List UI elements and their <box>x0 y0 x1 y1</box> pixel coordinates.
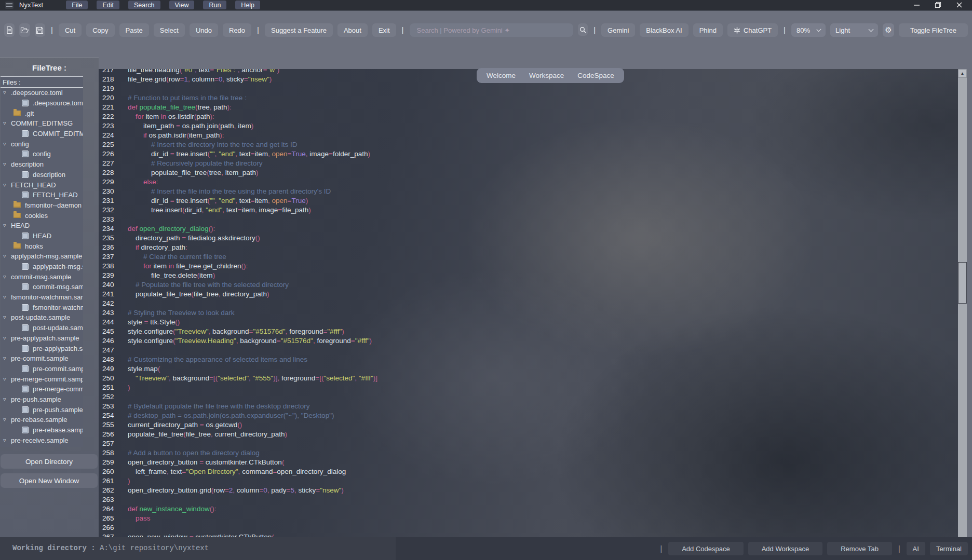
open-directory-button[interactable]: Open Directory <box>1 454 98 469</box>
tree-item-pre-merge-commit-sample[interactable]: ▿pre-merge-commit.sample <box>1 374 83 384</box>
tree-item-applypatch-msg-sample[interactable]: ▿applypatch-msg.sample <box>1 251 83 262</box>
menu-help[interactable]: Help <box>235 1 260 9</box>
tree-item-git[interactable]: .git <box>1 108 83 118</box>
tree-item-deepsource-toml[interactable]: .deepsource.toml <box>1 98 83 108</box>
cut-button[interactable]: Cut <box>59 23 82 37</box>
minimize-icon[interactable] <box>913 2 920 8</box>
tree-item-pre-merge-commit-sample[interactable]: pre-merge-commit.sample <box>1 384 83 394</box>
scroll-up-icon[interactable]: ▲ <box>958 69 967 78</box>
hamburger-menu-icon[interactable] <box>5 2 14 9</box>
select-button[interactable]: Select <box>154 23 185 37</box>
gear-icon[interactable]: ⚙ <box>883 23 894 37</box>
gemini-button[interactable]: Gemini <box>601 23 635 37</box>
copy-button[interactable]: Copy <box>86 23 114 37</box>
tab-workspace[interactable]: Workspace <box>529 72 564 79</box>
tree-item-head[interactable]: HEAD <box>1 231 83 241</box>
exit-button[interactable]: Exit <box>372 23 396 37</box>
terminal-button[interactable]: Terminal <box>930 542 968 555</box>
line-number: 259 <box>102 458 120 467</box>
tree-item-pre-commit-sample[interactable]: ▿pre-commit.sample <box>1 353 83 364</box>
tree-item-description[interactable]: description <box>1 170 83 180</box>
code-text: populate_file_tree(tree, item_path) <box>120 168 258 177</box>
add-workspace-button[interactable]: Add Workspace <box>748 542 823 555</box>
search-icon[interactable] <box>578 23 588 36</box>
theme-select[interactable]: Light <box>830 23 878 37</box>
about-button[interactable]: About <box>338 23 368 37</box>
tree-item-pre-push-sample[interactable]: pre-push.sample <box>1 404 83 415</box>
file-icon <box>22 100 29 106</box>
save-file-icon[interactable] <box>35 23 45 37</box>
tree-item-config[interactable]: ▿config <box>1 139 83 149</box>
tree-item-fetch-head[interactable]: FETCH_HEAD <box>1 190 83 200</box>
code-line: 252 <box>102 392 958 402</box>
code-text: # Customizing the appearance of selected… <box>120 355 307 364</box>
line-number: 237 <box>102 252 120 262</box>
blackbox-ai-button[interactable]: BlackBox AI <box>640 23 688 37</box>
filetree-rows: ▿.deepsource.toml.deepsource.toml.git▿CO… <box>1 88 83 445</box>
code-line: 260 left_frame, text="Open Directory", c… <box>102 467 958 476</box>
tree-item-pre-rebase-sample[interactable]: pre-rebase.sample <box>1 425 83 435</box>
restore-icon[interactable] <box>935 2 941 8</box>
tree-item-fsmonitor-watchman-sample[interactable]: fsmonitor-watchman.sample <box>1 302 83 312</box>
line-number: 240 <box>102 280 120 290</box>
tree-item-pre-applypatch-sample[interactable]: pre-applypatch.sample <box>1 343 83 353</box>
menu-edit[interactable]: Edit <box>97 1 119 9</box>
tree-item-deepsource-toml[interactable]: ▿.deepsource.toml <box>1 88 83 98</box>
tree-item-fetch-head[interactable]: ▿FETCH_HEAD <box>1 180 83 190</box>
suggest-a-feature-button[interactable]: Suggest a Feature <box>265 23 333 37</box>
close-icon[interactable] <box>956 2 963 8</box>
tree-item-label: .git <box>25 110 34 117</box>
scrollbar-thumb[interactable] <box>958 262 967 304</box>
tree-item-pre-push-sample[interactable]: ▿pre-push.sample <box>1 394 83 405</box>
chatgpt-button[interactable]: ChatGPT <box>727 23 778 37</box>
tree-item-description[interactable]: ▿description <box>1 159 83 170</box>
redo-button[interactable]: Redo <box>223 23 251 37</box>
ai-button[interactable]: AI <box>907 542 925 555</box>
window-controls <box>913 2 967 8</box>
paste-button[interactable]: Paste <box>119 23 149 37</box>
tree-item-post-update-sample[interactable]: post-update.sample <box>1 323 83 333</box>
open-folder-icon[interactable] <box>19 23 30 37</box>
menu-file[interactable]: File <box>66 1 88 9</box>
editor-scrollbar[interactable]: ▲ <box>958 69 967 537</box>
tab-codespace[interactable]: CodeSpace <box>577 72 614 79</box>
menu-view[interactable]: View <box>169 1 195 9</box>
tree-item-cookies[interactable]: cookies <box>1 210 83 221</box>
phind-button[interactable]: Phind <box>693 23 723 37</box>
tree-item-commit-editmsg[interactable]: ▿COMMIT_EDITMSG <box>1 118 83 129</box>
tree-item-head[interactable]: ▿HEAD <box>1 221 83 231</box>
line-number: 238 <box>102 262 120 271</box>
line-number: 264 <box>102 504 120 514</box>
menu-run[interactable]: Run <box>203 1 226 9</box>
tree-item-commit-editmsg[interactable]: COMMIT_EDITMSG <box>1 129 83 139</box>
tree-item-commit-msg-sample[interactable]: commit-msg.sample <box>1 282 83 292</box>
folder-icon <box>14 202 21 208</box>
tree-item-fsmonitor-daemon[interactable]: fsmonitor--daemon <box>1 200 83 211</box>
tree-item-pre-applypatch-sample[interactable]: ▿pre-applypatch.sample <box>1 333 83 344</box>
tree-item-post-update-sample[interactable]: ▿post-update.sample <box>1 312 83 323</box>
menu-search[interactable]: Search <box>128 1 160 9</box>
open-new-window-button[interactable]: Open New Window <box>1 473 98 488</box>
search-input[interactable] <box>410 23 574 37</box>
tree-item-label: FETCH_HEAD <box>11 181 56 189</box>
tree-item-config[interactable]: config <box>1 149 83 159</box>
toggle-filetree-button[interactable]: Toggle FileTree <box>899 23 968 37</box>
zoom-select[interactable]: 80% <box>791 23 826 37</box>
tree-item-pre-rebase-sample[interactable]: ▿pre-rebase.sample <box>1 415 83 425</box>
new-file-icon[interactable] <box>4 23 15 37</box>
tree-item-fsmonitor-watchman-sample[interactable]: ▿fsmonitor-watchman.sample <box>1 292 83 303</box>
tree-item-hooks[interactable]: hooks <box>1 241 83 251</box>
folder-icon <box>14 111 21 116</box>
toolbar-separator: | <box>401 23 405 37</box>
remove-tab-button[interactable]: Remove Tab <box>827 542 892 555</box>
tree-item-applypatch-msg-sample[interactable]: applypatch-msg.sample <box>1 262 83 272</box>
tab-welcome[interactable]: Welcome <box>487 72 516 79</box>
tree-item-pre-commit-sample[interactable]: pre-commit.sample <box>1 364 83 374</box>
chevron-expand-icon: ▿ <box>3 222 11 229</box>
tree-item-pre-receive-sample[interactable]: ▿pre-receive.sample <box>1 435 83 445</box>
code-editor[interactable]: 217 file_tree.heading("#0", text="Files … <box>99 69 958 537</box>
tree-item-commit-msg-sample[interactable]: ▿commit-msg.sample <box>1 271 83 282</box>
add-codespace-button[interactable]: Add Codespace <box>668 542 744 555</box>
undo-button[interactable]: Undo <box>190 23 218 37</box>
toolbar-separator: | <box>782 23 787 37</box>
